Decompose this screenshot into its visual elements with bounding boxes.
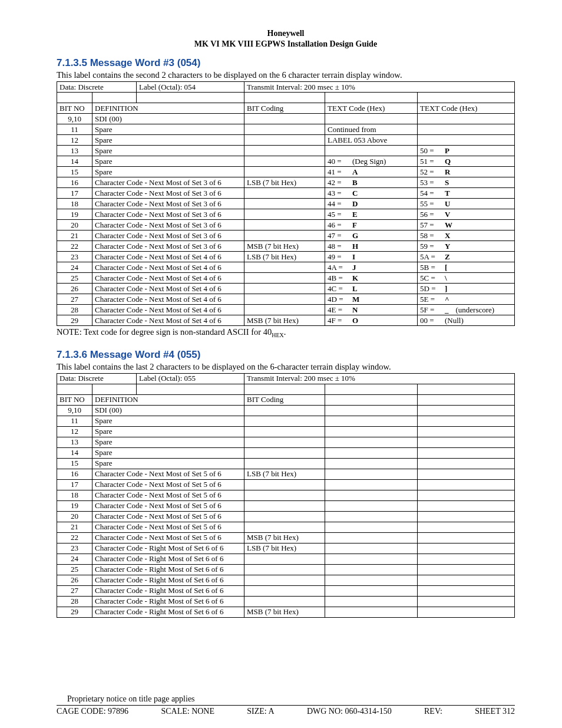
- table-row: 21Character Code - Next Most of Set 3 of…: [57, 230, 515, 241]
- cell-bitno: 14: [57, 447, 92, 458]
- hex-pair: 44 =D: [328, 199, 415, 209]
- cell-bitcoding: [244, 458, 325, 469]
- cell-bitno: 16: [57, 469, 92, 479]
- cell-textcode2: 59 =Y: [418, 241, 515, 252]
- table-row: 20Character Code - Next Most of Set 5 of…: [57, 511, 515, 522]
- table-row: 18Character Code - Next Most of Set 5 of…: [57, 490, 515, 500]
- cell-textcode1: 45 =E: [325, 209, 418, 220]
- hex-pair: 4E =N: [328, 305, 415, 315]
- cell-bitno: 14: [57, 156, 92, 167]
- hex-pair: 53 =S: [420, 178, 512, 187]
- hex-pair: 4C =L: [328, 284, 415, 294]
- proprietary-notice: Proprietary notice on title page applies: [57, 694, 515, 704]
- cell-definition: Spare: [92, 167, 244, 177]
- hex-pair: 40 =(Deg Sign): [328, 157, 415, 166]
- cell-textcode2: [418, 405, 515, 416]
- cell-bitcoding: [244, 124, 325, 135]
- cell-definition: Character Code - Next Most of Set 5 of 6: [92, 490, 244, 500]
- cell-textcode2: 54 =T: [418, 188, 515, 199]
- cell-textcode2: 5C =\: [418, 273, 515, 284]
- cell-definition: Character Code - Next Most of Set 3 of 6: [92, 241, 244, 252]
- hex-char: F: [352, 220, 357, 230]
- hex-char: S: [445, 178, 449, 187]
- hex-char: G: [352, 231, 358, 241]
- cell-textcode1: [325, 479, 418, 490]
- cell-bitno: 28: [57, 596, 92, 607]
- hex-code: 53 =: [420, 178, 438, 187]
- cell-bitcoding: [244, 167, 325, 177]
- cell-textcode2: [418, 564, 515, 575]
- section-intro: This label contains the last 2 character…: [57, 362, 515, 372]
- cell-definition: Character Code - Right Most of Set 6 of …: [92, 543, 244, 554]
- hex-char: _: [445, 305, 449, 315]
- cell-textcode1: 42 =B: [325, 177, 418, 188]
- cell-bitno: 13: [57, 146, 92, 156]
- hex-pair: 59 =Y: [420, 242, 512, 251]
- hex-code: 51 =: [420, 157, 438, 166]
- cell-bitno: 22: [57, 532, 92, 543]
- cell-textcode1: [325, 437, 418, 447]
- cell-textcode1: 4D =M: [325, 294, 418, 305]
- hex-char: T: [445, 189, 450, 198]
- cell-bitcoding: LSB (7 bit Hex): [244, 177, 325, 188]
- section: 7.1.3.5 Message Word #3 (054)This label …: [57, 57, 515, 338]
- cell-bitcoding: [244, 564, 325, 575]
- hex-pair: 48 =H: [328, 242, 415, 251]
- hex-pair: 42 =B: [328, 178, 415, 187]
- cell-bitno: 13: [57, 437, 92, 447]
- table-row: 12SpareLABEL 053 Above: [57, 135, 515, 146]
- cell-definition: Character Code - Right Most of Set 6 of …: [92, 575, 244, 585]
- meta-tx-interval: Transmit Interval: 200 msec ± 10%: [244, 373, 515, 384]
- cell-textcode1: 41 =A: [325, 167, 418, 177]
- cell-bitcoding: [244, 146, 325, 156]
- cell-bitno: 19: [57, 209, 92, 220]
- hex-pair: 47 =G: [328, 231, 415, 241]
- cell-bitcoding: [244, 447, 325, 458]
- cell-textcode2: [418, 511, 515, 522]
- table-row: 29Character Code - Next Most of Set 4 of…: [57, 315, 515, 326]
- cell-definition: Character Code - Right Most of Set 6 of …: [92, 585, 244, 596]
- cell-definition: Spare: [92, 447, 244, 458]
- hex-char: ^: [445, 295, 449, 304]
- hex-pair: 4B =K: [328, 274, 415, 283]
- cell-textcode1: [325, 447, 418, 458]
- page-footer: Proprietary notice on title page applies…: [57, 694, 515, 716]
- cell-bitcoding: LSB (7 bit Hex): [244, 469, 325, 479]
- footer-line: CAGE CODE: 97896 SCALE: NONE SIZE: A DWG…: [57, 705, 515, 716]
- cell-textcode2: [418, 575, 515, 585]
- cell-definition: Character Code - Next Most of Set 4 of 6: [92, 284, 244, 294]
- hex-code: 4E =: [328, 305, 345, 315]
- cell-textcode1: 4B =K: [325, 273, 418, 284]
- hex-code: 44 =: [328, 199, 345, 209]
- hex-char: W: [445, 220, 452, 230]
- cell-textcode1: [325, 458, 418, 469]
- cell-bitno: 12: [57, 426, 92, 437]
- hex-code: 55 =: [420, 199, 438, 209]
- hex-code: 47 =: [328, 231, 345, 241]
- table-row: 23Character Code - Right Most of Set 6 o…: [57, 543, 515, 554]
- hex-pair: 41 =A: [328, 167, 415, 177]
- cell-bitcoding: LSB (7 bit Hex): [244, 252, 325, 262]
- cell-textcode1: Continued from: [325, 124, 418, 135]
- cell-textcode1: [325, 500, 418, 511]
- hex-char: O: [352, 316, 358, 325]
- cell-textcode1: 43 =C: [325, 188, 418, 199]
- cell-bitno: 25: [57, 273, 92, 284]
- cell-bitno: 15: [57, 167, 92, 177]
- doc-header: Honeywell MK VI MK VIII EGPWS Installati…: [57, 28, 515, 49]
- cell-textcode2: [418, 479, 515, 490]
- cell-textcode2: [418, 543, 515, 554]
- table-header-row: BIT NODEFINITIONBIT Coding: [57, 394, 515, 405]
- table-row: 16Character Code - Next Most of Set 5 of…: [57, 469, 515, 479]
- cell-textcode1: 48 =H: [325, 241, 418, 252]
- table-row: 26Character Code - Next Most of Set 4 of…: [57, 284, 515, 294]
- cell-bitno: 11: [57, 124, 92, 135]
- cell-textcode2: 52 =R: [418, 167, 515, 177]
- cell-textcode1: 46 =F: [325, 220, 418, 230]
- cell-bitcoding: [244, 294, 325, 305]
- cell-definition: Spare: [92, 458, 244, 469]
- hex-char: P: [445, 146, 449, 156]
- cell-definition: Character Code - Next Most of Set 3 of 6: [92, 220, 244, 230]
- cell-definition: Character Code - Next Most of Set 3 of 6: [92, 199, 244, 209]
- hex-code: 4C =: [328, 284, 345, 294]
